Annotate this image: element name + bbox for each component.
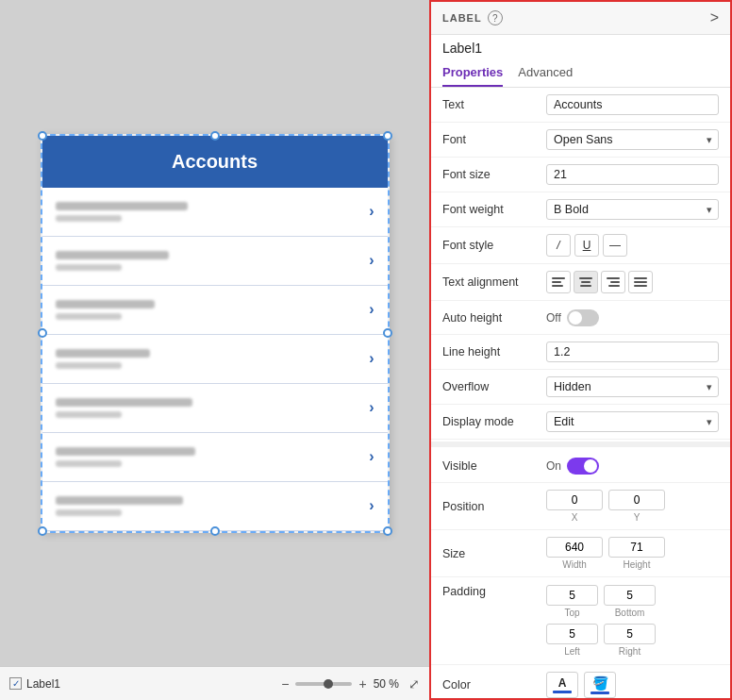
size-height-label: Height: [624, 559, 651, 570]
visible-value: On: [546, 458, 719, 475]
strikethrough-button[interactable]: —: [603, 234, 627, 257]
chevron-right-icon: ›: [369, 399, 374, 416]
text-alignment-label: Text alignment: [442, 275, 546, 289]
position-y-input[interactable]: [608, 490, 665, 510]
padding-left-input[interactable]: [546, 624, 598, 644]
handle-bottom-left[interactable]: [38, 526, 47, 536]
line-height-value: [546, 342, 719, 362]
auto-height-toggle[interactable]: [567, 309, 599, 326]
visible-label: Visible: [442, 459, 546, 473]
list-item[interactable]: ›: [42, 237, 388, 286]
prop-row-padding: Padding Top Bottom: [431, 577, 730, 665]
auto-height-toggle-text: Off: [546, 311, 561, 325]
padding-left-group: Left: [546, 624, 598, 657]
help-icon[interactable]: ?: [488, 10, 503, 25]
size-width-input[interactable]: [546, 537, 603, 558]
list-item-text: [56, 496, 370, 516]
handle-middle-left[interactable]: [38, 328, 47, 338]
align-center-button[interactable]: [574, 271, 598, 293]
item-subtitle: [56, 411, 122, 418]
prop-row-visible: Visible On: [431, 449, 730, 483]
component-checkbox[interactable]: ✓: [9, 677, 22, 690]
list-item[interactable]: ›: [42, 433, 388, 482]
font-weight-value: B Bold Regular Light: [546, 199, 719, 220]
prop-row-line-height: Line height: [431, 335, 730, 370]
prop-row-font-size: Font size: [431, 158, 730, 192]
component-name-label: Label1: [26, 677, 60, 691]
overflow-select[interactable]: Hidden Visible Scroll: [546, 376, 719, 397]
padding-bottom-input[interactable]: [604, 585, 656, 606]
padding-grid: Top Bottom Left: [546, 585, 719, 657]
padding-bottom-group: Bottom: [604, 585, 656, 618]
handle-top-right[interactable]: [383, 131, 392, 141]
align-left-button[interactable]: [546, 271, 571, 293]
accounts-label: Accounts: [42, 136, 388, 188]
bottom-bar-label: ✓ Label1: [9, 677, 60, 691]
align-right-button[interactable]: [601, 271, 625, 293]
padding-value: Top Bottom Left: [546, 585, 719, 657]
padding-lr-row: Left Right: [546, 624, 719, 657]
prop-row-size: Size Width Height: [431, 530, 730, 577]
size-height-input[interactable]: [608, 537, 665, 558]
handle-bottom-center[interactable]: [210, 526, 220, 536]
list-item[interactable]: ›: [42, 188, 388, 237]
handle-bottom-right[interactable]: [383, 526, 392, 536]
zoom-plus-button[interactable]: +: [356, 676, 369, 692]
font-weight-select[interactable]: B Bold Regular Light: [546, 199, 719, 220]
display-mode-select[interactable]: Edit View: [546, 411, 719, 432]
tab-advanced[interactable]: Advanced: [518, 59, 573, 87]
line-height-label: Line height: [442, 345, 546, 358]
prop-row-display-mode: Display mode Edit View: [431, 405, 730, 440]
prop-row-text: Text: [431, 88, 730, 123]
overflow-value: Hidden Visible Scroll: [546, 376, 719, 397]
padding-top-row: Top Bottom: [546, 585, 719, 618]
visible-toggle[interactable]: [567, 458, 599, 475]
size-inputs: Width Height: [546, 537, 719, 570]
padding-left-label: Left: [564, 646, 580, 657]
list-items: › › ›: [42, 188, 388, 531]
list-item-text: [56, 251, 370, 271]
position-xy-inputs: X Y: [546, 490, 719, 523]
tab-properties[interactable]: Properties: [442, 59, 503, 87]
font-size-input[interactable]: [546, 164, 719, 185]
item-title: [56, 251, 169, 259]
font-style-label: Font style: [442, 239, 546, 252]
chevron-right-icon: ›: [369, 350, 374, 367]
padding-right-input[interactable]: [604, 624, 656, 644]
size-label: Size: [442, 547, 546, 560]
color-value: A 🪣: [546, 672, 719, 698]
list-item[interactable]: ›: [42, 482, 388, 531]
panel-header-left: LABEL ?: [442, 10, 503, 25]
text-input[interactable]: [546, 94, 719, 115]
font-property-label: Font: [442, 133, 546, 146]
background-color-button[interactable]: 🪣: [584, 672, 616, 698]
list-item[interactable]: ›: [42, 335, 388, 384]
font-weight-label: Font weight: [442, 203, 546, 216]
align-justify-button[interactable]: [628, 271, 653, 293]
zoom-slider-thumb[interactable]: [324, 679, 333, 689]
zoom-slider[interactable]: [295, 682, 352, 686]
size-height-group: Height: [608, 537, 665, 570]
italic-button[interactable]: /: [546, 234, 571, 257]
component-title: Label1: [431, 35, 730, 59]
line-height-input[interactable]: [546, 342, 719, 362]
handle-top-center[interactable]: [210, 131, 220, 141]
handle-middle-right[interactable]: [383, 328, 392, 338]
canvas-content: Accounts › ›: [0, 0, 429, 666]
font-select[interactable]: Open Sans: [546, 129, 719, 150]
panel-collapse-button[interactable]: >: [710, 9, 719, 26]
expand-icon[interactable]: ⤢: [408, 676, 420, 692]
text-color-button[interactable]: A: [546, 672, 578, 698]
item-subtitle: [56, 509, 122, 516]
position-x-input[interactable]: [546, 490, 603, 510]
padding-top-input[interactable]: [546, 585, 598, 606]
size-value: Width Height: [546, 537, 719, 570]
handle-top-left[interactable]: [38, 131, 47, 141]
underline-button[interactable]: U: [574, 234, 599, 257]
list-item[interactable]: ›: [42, 384, 388, 433]
widget-container[interactable]: Accounts › ›: [41, 134, 390, 533]
zoom-minus-button[interactable]: −: [278, 676, 291, 692]
text-alignment-value: [546, 271, 719, 293]
list-item[interactable]: ›: [42, 286, 388, 335]
text-color-underline: [553, 691, 572, 693]
